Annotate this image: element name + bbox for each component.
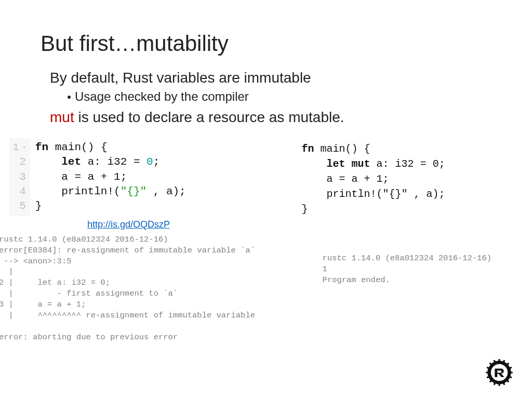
code-area: fn main() { let a: i32 = 0; a = a + 1; p…	[30, 138, 191, 216]
svg-rect-2	[498, 359, 500, 362]
slide: But first…mutability By default, Rust va…	[0, 0, 532, 353]
svg-rect-10	[498, 382, 500, 385]
line-number: 3	[12, 170, 26, 184]
playground-link[interactable]: http://is.gd/OQDszP	[87, 219, 268, 230]
intro-line: By default, Rust variables are immutable	[50, 70, 491, 86]
line-number: 4	[12, 184, 26, 199]
slide-title: But first…mutability	[41, 31, 491, 56]
line-number: 1 ▾	[12, 140, 26, 155]
mut-keyword: mut	[50, 109, 74, 125]
mut-rest: is used to declare a resource as mutable…	[74, 109, 344, 125]
bullet-item: Usage checked by the compiler	[50, 89, 491, 104]
body-text: By default, Rust variables are immutable…	[41, 70, 491, 126]
compiler-output-left: rustc 1.14.0 (e8a012324 2016-12-16) erro…	[0, 234, 268, 343]
bullet-text: Usage checked by the compiler	[75, 89, 249, 104]
svg-point-1	[491, 364, 508, 381]
rust-logo-icon	[485, 358, 513, 387]
line-gutter: 1 ▾ 2 3 4 5	[9, 138, 30, 216]
code-right: fn main() { let mut a: i32 = 0; a = a + …	[302, 141, 523, 217]
left-column: 1 ▾ 2 3 4 5 fn main() { let a: i32 = 0; …	[9, 138, 268, 343]
mut-line: mut is used to declare a resource as mut…	[50, 109, 491, 126]
compiler-output-right: rustc 1.14.0 (e8a012324 2016-12-16) 1 Pr…	[323, 253, 523, 286]
svg-rect-6	[509, 371, 512, 373]
line-number: 2	[12, 155, 26, 169]
svg-rect-14	[486, 371, 489, 373]
line-number: 5	[12, 199, 26, 214]
columns: 1 ▾ 2 3 4 5 fn main() { let a: i32 = 0; …	[9, 138, 523, 343]
bullet-icon	[68, 96, 71, 99]
code-editor: 1 ▾ 2 3 4 5 fn main() { let a: i32 = 0; …	[9, 138, 268, 216]
right-column: fn main() { let mut a: i32 = 0; a = a + …	[288, 138, 523, 343]
